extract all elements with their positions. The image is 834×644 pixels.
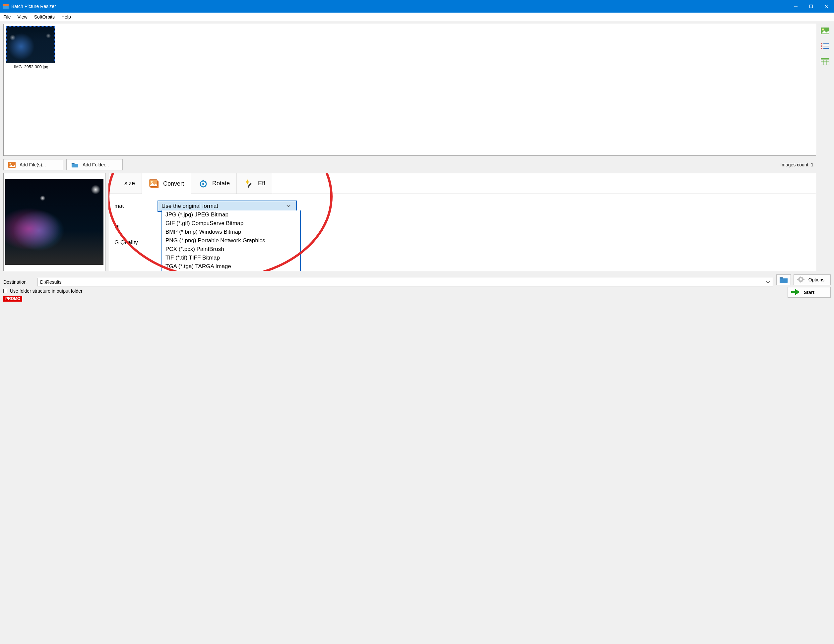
settings-panel: size Convert Rotate [108, 173, 816, 271]
svg-rect-36 [797, 279, 798, 280]
view-list-icon[interactable] [820, 42, 830, 50]
format-option[interactable]: TGA (*.tga) TARGA Image [162, 262, 300, 271]
app-icon [3, 3, 9, 9]
menu-view[interactable]: View [16, 14, 29, 20]
svg-point-7 [822, 29, 824, 31]
format-option[interactable]: JPG (*.jpg) JPEG Bitmap [162, 210, 300, 219]
dpi-label: PI [115, 224, 157, 231]
destination-value: D:\Results [40, 279, 62, 285]
chevron-down-icon [286, 203, 293, 210]
format-option[interactable]: PNG (*.png) Portable Network Graphics [162, 236, 300, 245]
destination-label: Destination [3, 279, 34, 285]
format-option[interactable]: PCX (*.pcx) PaintBrush [162, 245, 300, 253]
svg-point-33 [800, 278, 802, 281]
svg-rect-37 [803, 279, 805, 280]
image-icon [8, 162, 16, 168]
image-list[interactable]: IMG_2952-300.jpg [3, 24, 816, 156]
thumbnail-filename: IMG_2952-300.jpg [6, 63, 56, 69]
svg-rect-10 [823, 44, 829, 44]
folder-icon [71, 162, 79, 168]
format-option[interactable]: GIF (*.gif) CompuServe Bitmap [162, 219, 300, 228]
use-folder-structure-label: Use folder structure in output folder [10, 288, 82, 294]
menu-softorbits-label: SoftOrbits [34, 14, 55, 19]
svg-point-13 [821, 48, 823, 49]
effects-icon [243, 178, 255, 189]
svg-rect-14 [823, 48, 829, 49]
output-format-value: Use the original format [162, 203, 218, 210]
close-button[interactable] [819, 0, 834, 13]
menu-bar: File View SoftOrbits Help [0, 13, 834, 21]
tab-rotate-label: Rotate [212, 180, 230, 187]
format-option[interactable]: TIF (*.tif) TIFF Bitmap [162, 253, 300, 262]
maximize-button[interactable] [803, 0, 819, 13]
tab-resize[interactable]: size [108, 173, 142, 194]
view-details-icon[interactable] [820, 57, 830, 66]
tab-resize-label: size [124, 180, 135, 187]
svg-rect-31 [247, 182, 251, 187]
view-mode-switch [819, 26, 831, 66]
tab-effects[interactable]: Eff [237, 173, 272, 194]
jpg-quality-label: G Quality [115, 239, 157, 246]
tab-convert-label: Convert [163, 180, 184, 187]
svg-rect-15 [821, 58, 829, 59]
options-label: Options [808, 277, 824, 282]
use-folder-structure-checkbox[interactable] [3, 289, 8, 293]
gear-icon [797, 276, 805, 284]
svg-point-11 [821, 45, 823, 47]
svg-rect-16 [821, 60, 829, 65]
thumbnail-item[interactable]: IMG_2952-300.jpg [6, 26, 56, 69]
add-files-button[interactable]: Add File(s)... [3, 159, 63, 170]
images-count: Images count: 1 [780, 162, 816, 167]
add-folder-label: Add Folder... [82, 162, 109, 167]
thumbnail-image [6, 26, 55, 63]
svg-rect-34 [800, 276, 801, 277]
view-thumbnails-icon[interactable] [820, 26, 830, 35]
format-option-selected[interactable]: Use the original format [162, 271, 300, 271]
svg-marker-30 [245, 179, 250, 185]
start-arrow-icon [791, 289, 800, 296]
options-button[interactable]: Options [794, 274, 831, 285]
format-option[interactable]: BMP (*.bmp) Windows Bitmap [162, 228, 300, 236]
window-titlebar: Batch Picture Resizer [0, 0, 834, 13]
svg-rect-35 [800, 282, 801, 283]
svg-point-26 [151, 181, 153, 183]
destination-input[interactable]: D:\Results [37, 278, 773, 286]
window-controls [788, 0, 834, 13]
svg-point-9 [821, 43, 823, 44]
svg-rect-38 [791, 291, 795, 293]
tab-effects-label: Eff [258, 180, 265, 187]
menu-help[interactable]: Help [59, 14, 73, 20]
menu-softorbits[interactable]: SoftOrbits [32, 14, 57, 20]
add-folder-button[interactable]: Add Folder... [66, 159, 123, 170]
promo-badge[interactable]: PROMO [3, 295, 22, 302]
minimize-button[interactable] [788, 0, 803, 13]
svg-marker-39 [795, 289, 800, 295]
start-button[interactable]: Start [787, 287, 831, 298]
settings-tab-row: size Convert Rotate [108, 173, 816, 194]
output-format-dropdown[interactable]: JPG (*.jpg) JPEG Bitmap GIF (*.gif) Comp… [162, 210, 301, 271]
svg-point-22 [10, 163, 11, 165]
chevron-down-icon [766, 279, 770, 285]
menu-file[interactable]: File [1, 14, 13, 20]
add-files-label: Add File(s)... [19, 162, 46, 167]
tab-convert[interactable]: Convert [142, 173, 191, 194]
convert-form: mat Use the original format JPG (*.jpg) … [108, 194, 816, 255]
output-format-label: mat [115, 203, 157, 210]
rotate-icon [198, 178, 209, 189]
tab-rotate[interactable]: Rotate [191, 173, 237, 194]
browse-destination-button[interactable] [776, 274, 791, 285]
output-format-combo[interactable]: Use the original format [157, 200, 297, 212]
svg-rect-3 [810, 5, 813, 8]
start-label: Start [804, 290, 815, 295]
window-title: Batch Picture Resizer [11, 4, 788, 9]
svg-point-29 [202, 183, 204, 185]
convert-icon [149, 178, 160, 189]
preview-image [5, 179, 103, 265]
svg-rect-1 [3, 4, 9, 6]
preview-pane [3, 173, 105, 271]
svg-rect-12 [823, 46, 829, 47]
